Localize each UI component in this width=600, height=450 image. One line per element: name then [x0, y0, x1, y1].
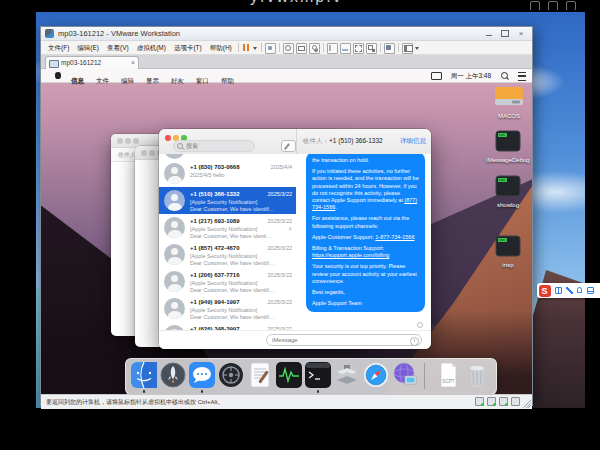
conversation-preview: [Apple Security Notification]Dear Custom…	[190, 307, 292, 321]
audio-record-icon[interactable]	[410, 337, 419, 346]
vmware-menu-5[interactable]: 选项卡(T)	[170, 41, 206, 54]
dock-item-activity-monitor[interactable]	[276, 362, 302, 388]
desktop-icon-iMessageDebug[interactable]: execiMessageDebug	[476, 130, 532, 163]
minimize-button[interactable]	[482, 29, 496, 38]
dock[interactable]: SCPT	[125, 358, 497, 394]
row-close-icon[interactable]: ×	[288, 225, 292, 232]
macos-menu-6[interactable]: 窗口	[190, 74, 215, 87]
dock-item-terminal[interactable]	[305, 362, 331, 388]
spotlight-search-icon[interactable]	[501, 72, 508, 79]
message-input[interactable]	[266, 334, 422, 346]
vm-tab-close-icon[interactable]: ×	[131, 59, 135, 67]
macos-menu-2[interactable]: 文件	[90, 74, 115, 87]
messages-window[interactable]: 收件人：+1 (510) 366-1332 详细信息 +1 (830) 703-…	[159, 129, 431, 349]
minimize-traffic-light[interactable]	[125, 138, 131, 144]
cd-rom-icon[interactable]	[487, 397, 496, 406]
zoom-traffic-light[interactable]	[133, 138, 139, 144]
menubar-clock[interactable]: 周一 上午3:48	[451, 69, 491, 82]
grid-icon[interactable]	[555, 287, 562, 294]
dock-item-launchpad[interactable]	[160, 362, 186, 388]
notification-center-icon[interactable]	[518, 72, 526, 81]
macos-menu-4[interactable]: 显示	[140, 74, 165, 87]
close-traffic-light[interactable]	[141, 150, 147, 156]
keyboard-icon[interactable]	[587, 287, 594, 294]
vmware-menu-4[interactable]: 虚拟机(M)	[133, 41, 170, 54]
network-adapter-icon[interactable]	[499, 397, 508, 406]
resize-grip[interactable]	[523, 400, 531, 408]
message-log-icon[interactable]	[511, 397, 520, 406]
dock-item-finder[interactable]	[131, 362, 157, 388]
display-icon[interactable]	[431, 72, 442, 80]
video-control-icon[interactable]	[548, 1, 558, 10]
conversation-row[interactable]: +1 (857) 472-46702025/3/22[Apple Securit…	[159, 241, 296, 268]
messages-toolbar[interactable]: 收件人：+1 (510) 366-1332 详细信息	[159, 129, 431, 155]
video-overlay-title: yfvwxmp.v	[250, 0, 343, 6]
dock-item-script-document[interactable]: SCPT	[435, 362, 461, 388]
take-snapshot-icon[interactable]	[296, 43, 307, 54]
chat-transcript[interactable]: the transaction on hold.If you initiated…	[296, 154, 431, 330]
apple-menu-icon[interactable]	[55, 72, 61, 79]
console-view-icon[interactable]	[384, 43, 395, 54]
manage-snapshots-icon[interactable]	[309, 43, 320, 54]
hard-disk-icon[interactable]	[475, 397, 484, 406]
fullscreen-icon[interactable]	[353, 43, 364, 54]
avatar	[164, 271, 185, 292]
close-button[interactable]: ×	[514, 29, 528, 38]
dock-item-screen-sharing[interactable]	[392, 362, 418, 388]
imessage-bubble: the transaction on hold.If you initiated…	[306, 154, 425, 312]
clock-snapshot-icon[interactable]	[283, 43, 294, 54]
dock-item-messages[interactable]	[189, 362, 215, 388]
conversation-row[interactable]: +1 (217) 693-10892025/3/22[Apple Securit…	[159, 214, 296, 241]
close-traffic-light[interactable]	[165, 135, 171, 141]
vmware-menu-6[interactable]: 帮助(H)	[206, 41, 236, 54]
vm-tab[interactable]: mp03-161212 ×	[45, 56, 139, 69]
dock-item-textedit[interactable]	[247, 362, 273, 388]
desktop-icon-irtsp[interactable]: execirtsp	[476, 235, 532, 268]
dock-item-trash[interactable]	[464, 362, 490, 388]
dropdown-caret[interactable]	[415, 43, 420, 52]
conversation-list[interactable]: +1 (830) 703-06682025/4/42025/4/5 hello+…	[159, 154, 296, 349]
macos-menu-1[interactable]: 信息	[65, 74, 90, 87]
dock-item-stacks[interactable]	[334, 362, 360, 388]
minimize-traffic-light[interactable]	[149, 150, 155, 156]
conversation-row[interactable]: +1 (510) 366-13322025/3/22[Apple Securit…	[159, 187, 296, 214]
sogou-toolbar[interactable]: S	[537, 283, 600, 298]
pen-icon[interactable]	[566, 287, 573, 294]
conversation-row[interactable]: +1 (206) 637-77162025/3/22[Apple Securit…	[159, 268, 296, 295]
unity-icon[interactable]	[366, 43, 377, 54]
pause-button[interactable]	[242, 43, 251, 52]
sogou-logo[interactable]: S	[539, 285, 551, 297]
maximize-button[interactable]	[498, 29, 512, 38]
vmware-menu-2[interactable]: 编辑(E)	[73, 41, 103, 54]
macos-menu-5[interactable]: 好友	[165, 74, 190, 87]
vm-screen[interactable]: 信息文件编辑显示好友窗口帮助 周一 上午3:48 MACOSexeciMessa…	[41, 69, 532, 394]
vmware-menu-3[interactable]: 查看(V)	[103, 41, 133, 54]
bubble-link[interactable]: https://support.apple.com/billing	[312, 252, 389, 258]
details-button[interactable]: 详细信息	[400, 137, 426, 146]
compose-button[interactable]	[281, 140, 296, 152]
vmware-titlebar[interactable]: mp03-161212 - VMware Workstation ×	[41, 27, 532, 41]
mic-icon[interactable]	[577, 287, 582, 293]
desktop-icon-showlog[interactable]: execshowlog	[476, 175, 532, 208]
dropdown-caret[interactable]	[253, 43, 258, 52]
vmware-menu-1[interactable]: 文件(F)	[44, 41, 73, 54]
macos-menu-7[interactable]: 帮助	[215, 74, 240, 87]
desktop-icon-MACOS[interactable]: MACOS	[477, 86, 532, 119]
avatar	[164, 244, 185, 265]
send-key-icon[interactable]	[265, 43, 276, 54]
layout-menu-icon[interactable]	[402, 43, 413, 54]
video-control-icon[interactable]	[566, 1, 576, 10]
conversation-row[interactable]: +1 (830) 703-06682025/4/42025/4/5 hello	[159, 160, 296, 187]
close-traffic-light[interactable]	[117, 138, 123, 144]
conversation-phone: +1 (206) 637-7716	[190, 272, 240, 278]
video-control-icon[interactable]	[530, 1, 540, 10]
separator	[380, 43, 381, 52]
macos-menu-3[interactable]: 编辑	[115, 74, 140, 87]
conversation-row[interactable]: +1 (949) 994-19972025/3/22[Apple Securit…	[159, 295, 296, 322]
thumbnail-bar-icon[interactable]	[340, 43, 351, 54]
search-input[interactable]	[173, 140, 255, 152]
bubble-link[interactable]: 1-877-734-1566	[375, 234, 414, 240]
show-library-icon[interactable]	[327, 43, 338, 54]
dock-item-system-utility[interactable]	[218, 362, 244, 388]
dock-item-safari[interactable]	[363, 362, 389, 388]
